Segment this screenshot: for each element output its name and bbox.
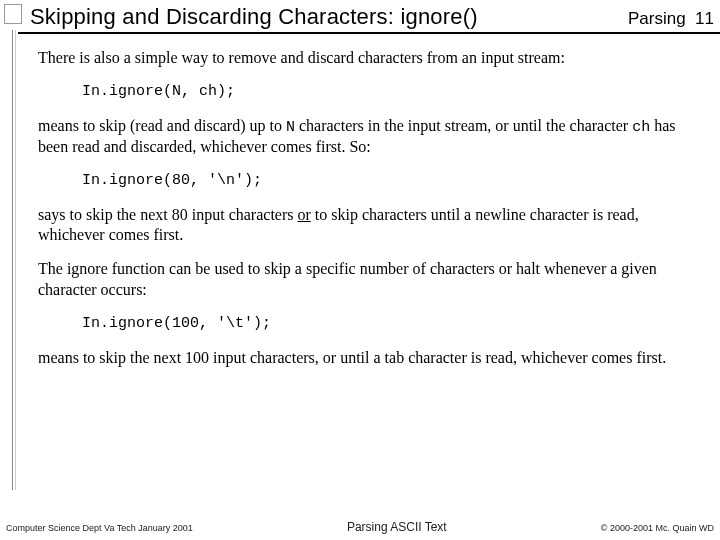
text-fragment: says to skip the next 80 input character… [38, 206, 298, 223]
footer-center: Parsing ASCII Text [347, 520, 447, 534]
header-row: Skipping and Discarding Characters: igno… [30, 4, 714, 30]
text-fragment: characters in the input stream, or until… [295, 117, 632, 134]
inline-code-N: N [286, 119, 295, 136]
side-rule [12, 30, 13, 490]
code-block-2: In.ignore(80, '\n'); [82, 171, 696, 190]
code-block-3: In.ignore(100, '\t'); [82, 314, 696, 333]
side-rule-light [15, 30, 16, 490]
header-page-number: 11 [695, 9, 714, 28]
paragraph-intro: There is also a simple way to remove and… [38, 48, 696, 68]
footer-right: © 2000-2001 Mc. Quain WD [601, 523, 714, 533]
inline-code-ch: ch [632, 119, 650, 136]
page-title: Skipping and Discarding Characters: igno… [30, 4, 478, 30]
footer-row: Computer Science Dept Va Tech January 20… [6, 520, 714, 534]
side-tab-decoration [4, 4, 22, 24]
text-fragment: means to skip (read and discard) up to [38, 117, 286, 134]
paragraph-ignore-use: The ignore function can be used to skip … [38, 259, 696, 300]
underline-or: or [298, 206, 311, 223]
header-rule [18, 32, 720, 34]
header-section-page: Parsing 11 [628, 9, 714, 29]
slide: Skipping and Discarding Characters: igno… [0, 0, 720, 540]
paragraph-means-skip: means to skip (read and discard) up to N… [38, 116, 696, 158]
paragraph-means-100: means to skip the next 100 input charact… [38, 348, 696, 368]
code-block-1: In.ignore(N, ch); [82, 82, 696, 101]
footer-left: Computer Science Dept Va Tech January 20… [6, 523, 193, 533]
header-section: Parsing [628, 9, 686, 28]
paragraph-says-skip: says to skip the next 80 input character… [38, 205, 696, 246]
body-content: There is also a simple way to remove and… [38, 48, 696, 382]
